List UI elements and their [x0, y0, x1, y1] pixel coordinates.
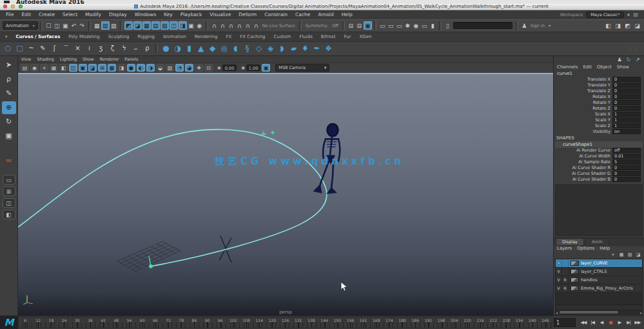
layer-visibility-toggle[interactable]: • [556, 259, 562, 267]
layer-editor-menu-item[interactable]: Help [600, 246, 610, 251]
shelf-surface-tool-icon[interactable]: ◖ [230, 43, 241, 54]
playback-button[interactable]: ▶▶ [634, 319, 641, 327]
layer-display-type-toggle[interactable]: R [562, 276, 569, 284]
layer-scrollbar[interactable]: ◂ ▸ [555, 310, 643, 315]
viewport-toolbar-icon[interactable]: ◉ [30, 64, 39, 72]
panel-toggle-icon[interactable]: ↻ [625, 57, 632, 63]
shelf-tab[interactable]: Rigging [137, 34, 155, 39]
timeline-frame-tick[interactable]: 90 [200, 317, 213, 328]
menu-set-selector[interactable]: Animation▾ [3, 21, 38, 30]
scrollbar-thumb[interactable] [560, 311, 618, 314]
viewport-toolbar-icon[interactable]: + [40, 64, 48, 72]
menu-item[interactable]: Deform [239, 12, 257, 17]
shelf-curve-tool-icon[interactable]: ○ [3, 43, 14, 54]
timeline-frame-tick[interactable]: 96 [214, 317, 227, 328]
timeline-frame-tick[interactable]: 138 [305, 317, 318, 328]
shape-node-name[interactable]: curveShape1 [555, 141, 643, 148]
shelf-grip[interactable]: ⋮⋮ [627, 46, 639, 52]
timeline-frame-tick[interactable]: 180 [396, 317, 409, 328]
shelf-tab[interactable]: Bifrost [321, 34, 336, 39]
shelf-curve-tool-icon[interactable]: × [72, 43, 83, 54]
timeline-frame-tick[interactable]: 102 [227, 317, 240, 328]
zoom-window-button[interactable] [19, 5, 23, 8]
menu-item[interactable]: Modify [85, 12, 101, 17]
render-icon[interactable]: ✱ [404, 21, 412, 30]
playback-button[interactable]: ● [607, 319, 614, 327]
layer-editor-tab[interactable]: Anim [585, 238, 609, 245]
layout-shortcut-button[interactable]: ◧ [3, 210, 15, 219]
timeline-frame-tick[interactable]: 186 [409, 317, 422, 328]
panel-toggle-icon[interactable]: ↗ [634, 57, 641, 63]
timeline-frame-tick[interactable]: 72 [162, 317, 175, 328]
ui-toggle-icon[interactable]: ◪ [633, 21, 641, 30]
channel-value-field[interactable]: 0 [612, 165, 641, 170]
shelf-curve-tool-icon[interactable]: ~ [26, 43, 37, 54]
channel-value-field[interactable]: 0 [612, 171, 641, 176]
viewport-toolbar-icon[interactable]: ● [127, 64, 135, 72]
layer-editor-tab[interactable]: Display [556, 238, 584, 245]
gamma-field[interactable]: ◉1.00 [241, 65, 260, 71]
layer-create-icon[interactable]: ◪ [635, 252, 641, 258]
snap-magnet-icon[interactable]: ∩ [235, 21, 244, 30]
motion-path-curve[interactable] [18, 129, 327, 266]
timeline-frame-tick[interactable]: 42 [97, 317, 110, 328]
selection-icon[interactable]: ▣ [187, 21, 195, 30]
menu-item[interactable]: Arnold [318, 12, 333, 17]
viewport-toolbar-icon[interactable]: ◐ [137, 64, 145, 72]
render-icon[interactable]: ▮ [429, 21, 437, 30]
playback-button[interactable]: ◀ [598, 319, 605, 327]
snap-toggle-icon[interactable]: ▦ [142, 21, 151, 30]
timeline-frame-tick[interactable]: 126 [278, 317, 291, 328]
channel-box-menu-item[interactable]: Show [617, 65, 629, 70]
channel-value-field[interactable]: 0 [612, 106, 641, 111]
viewport-toolbar-icon[interactable]: ◫ [69, 64, 77, 72]
layer-create-icon[interactable]: ▦ [618, 252, 625, 258]
shelf-curve-tool-icon[interactable]: ζ [107, 43, 118, 54]
shelf-curve-tool-icon[interactable]: ʒ [95, 43, 106, 54]
divider[interactable] [40, 21, 43, 30]
shelf-tab[interactable]: Animation [163, 34, 186, 39]
layer-color-swatch[interactable] [571, 269, 579, 274]
shelf-surface-tool-icon[interactable]: ◈ [265, 43, 276, 54]
channel-value-field[interactable]: 0 [612, 177, 641, 182]
snap-toggle-icon[interactable]: ▤ [151, 21, 160, 30]
shelf-tab[interactable]: Curves / Surfaces [16, 34, 61, 39]
divider[interactable] [374, 21, 376, 30]
shelf-surface-tool-icon[interactable]: ▲ [195, 43, 206, 54]
render-icon[interactable]: ▭ [378, 21, 387, 30]
history-toggle-icon[interactable]: ▣ [364, 21, 372, 30]
layer-row[interactable]: VRhandles [556, 276, 642, 284]
divider[interactable] [299, 21, 302, 30]
playback-button[interactable]: ◀◀ [580, 319, 587, 327]
layer-row[interactable]: VREmma_Rig_Proxy_ArCtrls [556, 284, 642, 293]
menu-item[interactable]: Constrain [264, 12, 288, 17]
snap-magnet-icon[interactable]: ∩ [210, 21, 219, 30]
paint-select-tool[interactable]: ✎ [2, 87, 16, 100]
workspace-selector[interactable]: Maya Classic* [586, 12, 624, 18]
time-slider[interactable]: 6121824303642485460667278849096102108114… [18, 317, 552, 328]
playback-button[interactable]: |◀ [589, 319, 596, 327]
timeline-frame-tick[interactable]: 234 [513, 317, 526, 328]
shelf-surface-tool-icon[interactable]: ❖ [323, 43, 334, 54]
shelf-curve-tool-icon[interactable]: ϟ [119, 43, 130, 54]
layer-color-swatch[interactable] [571, 261, 579, 266]
menu-item[interactable]: Cache [295, 12, 310, 17]
timeline-frame-tick[interactable]: 132 [292, 317, 305, 328]
shelf-tab[interactable]: XGen [359, 34, 371, 39]
panel-menu-item[interactable]: Shading [37, 57, 54, 62]
channel-value-field[interactable]: 0 [612, 100, 641, 105]
menu-item[interactable]: Display [109, 12, 127, 17]
layout-icon[interactable]: ▤ [633, 12, 638, 17]
layer-row[interactable]: •layer_CURVE [556, 259, 642, 268]
divider[interactable] [88, 21, 91, 30]
timeline-frame-tick[interactable]: 30 [71, 317, 84, 328]
snap-magnet-icon[interactable]: ∩ [252, 21, 260, 30]
render-icon[interactable]: ◉ [412, 21, 420, 30]
viewport-toolbar-icon[interactable]: ◒ [156, 64, 164, 72]
viewport-toolbar-icon[interactable]: ⊞ [98, 64, 106, 72]
shelf-surface-tool-icon[interactable]: ◗ [277, 43, 288, 54]
shelf-curve-tool-icon[interactable]: ʃ [49, 43, 60, 54]
timeline-frame-tick[interactable]: 150 [331, 317, 344, 328]
clipboard-icon[interactable]: ▯ [444, 21, 452, 30]
timeline-frame-tick[interactable]: 78 [175, 317, 188, 328]
